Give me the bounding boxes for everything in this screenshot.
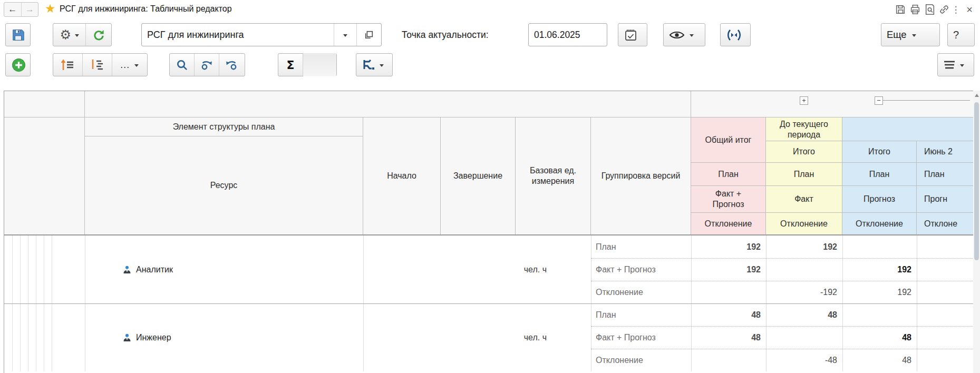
unit-cell: чел. ч <box>363 303 591 371</box>
choose-from-list-icon <box>364 30 374 40</box>
more-window-button[interactable]: ⋮ <box>952 3 960 16</box>
move-up-button[interactable] <box>53 54 82 76</box>
value-cell[interactable] <box>766 258 842 281</box>
value-cell[interactable] <box>691 281 766 303</box>
structure-button[interactable] <box>356 53 393 76</box>
forecast-row-forecast: Прогноз <box>842 186 917 213</box>
value-cell[interactable] <box>917 281 974 303</box>
value-cell[interactable]: 48 <box>842 326 917 349</box>
close-window-button[interactable]: × <box>963 3 976 16</box>
forward-button[interactable]: → <box>21 3 38 16</box>
move-sort-group: ... <box>53 53 148 76</box>
report-name-input[interactable] <box>142 24 334 46</box>
sum-button[interactable]: Σ <box>278 54 303 76</box>
broadcast-icon <box>721 24 748 46</box>
refresh-button[interactable] <box>85 24 111 46</box>
value-cell[interactable]: 48 <box>766 303 842 326</box>
settings-button[interactable]: ⚙ <box>53 24 85 46</box>
save-icon <box>895 4 906 15</box>
measure-label: Отклонение <box>591 349 691 371</box>
column-header-june: Июнь 2 <box>917 141 974 163</box>
value-cell[interactable] <box>917 258 974 281</box>
actuality-date-box <box>528 23 607 46</box>
value-cell[interactable] <box>691 349 766 371</box>
value-cell[interactable]: -192 <box>766 281 842 303</box>
more-commands-button[interactable]: ... <box>112 54 147 76</box>
favorite-star-icon[interactable]: ★ <box>45 2 56 15</box>
june-row-plan: План <box>917 163 974 186</box>
value-cell[interactable]: 48 <box>691 303 766 326</box>
calendar-icon <box>618 24 643 46</box>
column-header-start: Начало <box>363 117 441 235</box>
help-button[interactable]: ? <box>947 23 975 46</box>
preview-window-button[interactable] <box>924 3 936 16</box>
nav-history-group: ← → <box>4 2 38 17</box>
sum-group: Σ <box>278 53 337 76</box>
measure-label: Факт + Прогноз <box>591 326 691 349</box>
resource-name: Инженер <box>136 333 171 342</box>
value-cell[interactable]: 192 <box>766 235 842 258</box>
value-cell[interactable]: 192 <box>691 235 766 258</box>
value-cell[interactable]: 192 <box>691 258 766 281</box>
value-cell[interactable] <box>842 235 917 258</box>
scrollbar-thumb[interactable] <box>974 102 979 260</box>
value-cell[interactable] <box>842 303 917 326</box>
filter-settings-button[interactable] <box>937 53 974 76</box>
back-button[interactable]: ← <box>4 3 21 16</box>
value-cell[interactable] <box>917 235 974 258</box>
find-previous-icon <box>225 58 238 71</box>
column-header-element: Элемент структуры плана <box>85 117 363 136</box>
move-up-icon <box>60 58 75 71</box>
find-previous-button[interactable] <box>219 54 244 76</box>
sum-input[interactable] <box>303 53 336 76</box>
add-button[interactable] <box>5 53 31 76</box>
value-cell[interactable]: 192 <box>842 258 917 281</box>
forecast-row-plan: План <box>842 163 917 186</box>
scroll-up-icon[interactable] <box>975 94 979 97</box>
hierarchy-icon <box>362 59 375 71</box>
move-down-button[interactable] <box>82 54 112 76</box>
save-window-button[interactable] <box>894 3 907 16</box>
expand-group-button[interactable]: + <box>800 96 808 105</box>
value-cell[interactable] <box>917 303 974 326</box>
filter-icon <box>943 60 956 70</box>
gear-icon: ⚙ <box>60 27 71 42</box>
measure-label: Отклонение <box>591 281 691 303</box>
get-link-window-button[interactable] <box>938 3 950 16</box>
column-header-grand-total: Общий итог <box>691 117 766 163</box>
more-actions-button[interactable]: Еще <box>881 23 940 46</box>
chevron-down-icon <box>912 34 916 39</box>
broadcast-button[interactable] <box>720 23 751 46</box>
find-next-button[interactable] <box>194 54 219 76</box>
before-row-deviation: Отклонение <box>766 213 842 235</box>
value-cell[interactable] <box>917 349 974 371</box>
row-header-column <box>4 117 85 235</box>
before-row-fact: Факт <box>766 186 842 213</box>
vertical-scrollbar[interactable] <box>973 91 980 373</box>
collapse-group-button[interactable]: − <box>875 96 883 105</box>
grid-line <box>591 326 974 327</box>
move-down-icon <box>90 58 104 71</box>
print-window-button[interactable] <box>909 3 921 16</box>
save-button[interactable] <box>5 23 31 46</box>
value-cell[interactable]: 192 <box>842 281 917 303</box>
resource-row-analyst[interactable]: Аналитик <box>85 235 363 303</box>
search-button[interactable] <box>170 54 194 76</box>
value-cell[interactable]: -48 <box>766 349 842 371</box>
column-header-before-total: Итого <box>766 141 842 163</box>
value-cell[interactable]: 48 <box>691 326 766 349</box>
column-header-forecast-group <box>842 117 974 141</box>
grand-row-fact-forecast: Факт + Прогноз <box>691 186 766 213</box>
sum-field-wrap <box>303 54 336 76</box>
page-title: РСГ для инжиниринга: Табличный редактор <box>60 4 232 14</box>
report-dropdown-button[interactable] <box>334 24 356 46</box>
report-select-button[interactable] <box>356 24 381 46</box>
value-cell[interactable] <box>766 326 842 349</box>
grid-line <box>591 258 974 259</box>
calendar-button[interactable] <box>618 23 647 46</box>
view-settings-button[interactable] <box>663 23 705 46</box>
value-cell[interactable] <box>917 326 974 349</box>
column-header-unit: Базовая ед. измерения <box>516 117 591 235</box>
value-cell[interactable]: 48 <box>842 349 917 371</box>
resource-row-engineer[interactable]: Инженер <box>85 303 363 371</box>
